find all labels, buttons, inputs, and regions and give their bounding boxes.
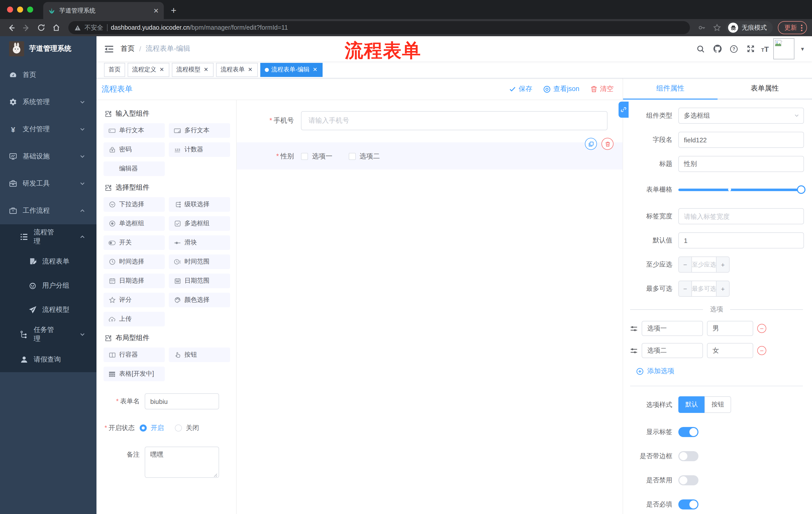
remove-option-button[interactable]: − xyxy=(757,346,766,355)
remove-option-button[interactable]: − xyxy=(757,324,766,333)
close-window-button[interactable] xyxy=(7,6,13,12)
tag-close-icon[interactable]: ✕ xyxy=(312,66,318,73)
slider-handle[interactable] xyxy=(797,185,806,194)
stepper-plus-button[interactable]: + xyxy=(716,257,729,272)
palette-chip[interactable]: 编辑器 xyxy=(104,161,165,176)
user-avatar[interactable] xyxy=(773,38,794,59)
tag-close-icon[interactable]: ✕ xyxy=(247,66,253,73)
switch-bordered[interactable] xyxy=(678,451,698,461)
option-value-input[interactable] xyxy=(707,343,753,358)
checkbox-icon[interactable] xyxy=(301,153,308,160)
sidebar-item-process-form[interactable]: 流程表单 xyxy=(0,249,96,274)
tag-process-form[interactable]: 流程表单 ✕ xyxy=(216,63,258,77)
field-name-input[interactable] xyxy=(678,132,804,148)
drag-handle-icon[interactable] xyxy=(630,347,638,354)
sidebar-item-infra[interactable]: 基础设施 xyxy=(0,143,96,170)
radio-off[interactable] xyxy=(175,425,182,432)
add-option-button[interactable]: 添加选项 xyxy=(636,367,804,376)
sidebar-item-process-model[interactable]: 流程模型 xyxy=(0,298,96,322)
form-remark-textarea[interactable]: 嘿嘿 xyxy=(145,447,219,478)
back-button[interactable] xyxy=(5,22,17,34)
component-type-select[interactable] xyxy=(678,108,804,124)
sidebar-item-payment[interactable]: ¥支付管理 xyxy=(0,116,96,143)
sidebar-item-workflow[interactable]: 工作流程 xyxy=(0,197,96,224)
font-size-icon[interactable]: TT xyxy=(761,45,769,53)
delete-component-button[interactable] xyxy=(602,138,613,150)
palette-chip[interactable]: 单行文本 xyxy=(104,123,165,138)
palette-chip[interactable]: 日期选择 xyxy=(104,274,165,288)
drag-handle-icon[interactable] xyxy=(630,325,638,332)
tag-close-icon[interactable]: ✕ xyxy=(203,66,209,73)
panel-link-handle[interactable] xyxy=(618,102,629,118)
tab-close-icon[interactable]: ✕ xyxy=(153,7,159,14)
browser-tab[interactable]: 芋道管理系统 ✕ xyxy=(43,2,164,19)
palette-chip[interactable]: 多行文本 xyxy=(169,123,230,138)
checkbox-icon[interactable] xyxy=(348,153,355,160)
save-button[interactable]: 保存 xyxy=(509,84,532,93)
sidebar-item-devtools[interactable]: 研发工具 xyxy=(0,170,96,197)
fullscreen-icon[interactable] xyxy=(745,43,757,55)
address-bar[interactable]: 不安全 dashboard.yudao.iocoder.cn/bpm/manag… xyxy=(68,21,690,34)
sidebar-collapse-icon[interactable] xyxy=(105,45,114,53)
sidebar-item-leave-query[interactable]: 请假查询 xyxy=(0,347,96,372)
option-style-button[interactable]: 按钮 xyxy=(704,396,731,413)
breadcrumb-home[interactable]: 首页 xyxy=(121,44,135,53)
minimize-window-button[interactable] xyxy=(17,6,23,12)
canvas-field-gender-selected[interactable]: *性别 选项一 选项二 xyxy=(237,142,622,169)
option-value-input[interactable] xyxy=(707,321,753,336)
tag-home[interactable]: 首页 xyxy=(104,63,125,77)
option-style-default[interactable]: 默认 xyxy=(678,396,704,413)
sidebar-item-user-group[interactable]: 用户分组 xyxy=(0,274,96,298)
clear-button[interactable]: 清空 xyxy=(590,84,613,93)
palette-chip[interactable]: 按钮 xyxy=(169,348,230,362)
form-name-input[interactable] xyxy=(145,393,219,409)
palette-chip[interactable]: 开关 xyxy=(104,235,165,250)
reload-button[interactable] xyxy=(35,22,47,34)
palette-chip[interactable]: 密码 xyxy=(104,142,165,157)
palette-chip[interactable]: 上传 xyxy=(104,312,165,326)
palette-chip[interactable]: 日期范围 xyxy=(169,274,230,288)
default-value-input[interactable] xyxy=(678,232,804,248)
stepper-plus-button[interactable]: + xyxy=(716,281,729,296)
switch-required[interactable] xyxy=(678,499,698,510)
avatar-caret-icon[interactable]: ▼ xyxy=(800,46,805,52)
palette-chip[interactable]: 级联选择 xyxy=(169,197,230,212)
palette-chip[interactable]: 多选框组 xyxy=(169,216,230,231)
label-width-input[interactable] xyxy=(678,208,804,224)
sidebar-item-home[interactable]: 首页 xyxy=(0,61,96,88)
switch-show-label[interactable] xyxy=(678,427,698,437)
tag-close-icon[interactable]: ✕ xyxy=(159,66,165,73)
sidebar-item-system[interactable]: 系统管理 xyxy=(0,88,96,116)
tab-component-props[interactable]: 组件属性 xyxy=(623,78,718,99)
form-canvas[interactable]: *手机号 请输入手机号 *性别 选项一 xyxy=(237,100,622,514)
new-tab-button[interactable]: + xyxy=(171,5,176,16)
copy-component-button[interactable] xyxy=(585,138,597,150)
canvas-field-phone[interactable]: *手机号 请输入手机号 xyxy=(251,111,608,130)
tag-process-def[interactable]: 流程定义 ✕ xyxy=(127,63,169,77)
palette-chip[interactable]: 滑块 xyxy=(169,235,230,250)
maximize-window-button[interactable] xyxy=(27,6,33,12)
gender-option[interactable]: 选项二 xyxy=(348,152,380,161)
title-input[interactable] xyxy=(678,156,804,172)
github-icon[interactable] xyxy=(712,43,724,55)
palette-chip[interactable]: 下拉选择 xyxy=(104,197,165,212)
view-json-button[interactable]: 查看json xyxy=(543,84,579,93)
update-browser-button[interactable]: 更新 xyxy=(778,21,807,34)
palette-chip[interactable]: 时间选择 xyxy=(104,254,165,269)
palette-chip[interactable]: 颜色选择 xyxy=(169,293,230,307)
home-button[interactable] xyxy=(50,22,62,34)
palette-chip[interactable]: 单选框组 xyxy=(104,216,165,231)
help-icon[interactable]: ? xyxy=(728,43,740,55)
option-label-input[interactable] xyxy=(642,321,703,336)
palette-chip[interactable]: 行容器 xyxy=(104,348,165,362)
sidebar-item-process-mgmt[interactable]: 流程管理 xyxy=(0,224,96,249)
radio-on[interactable] xyxy=(140,425,147,432)
bookmark-star-icon[interactable] xyxy=(711,22,723,34)
tag-process-model[interactable]: 流程模型 ✕ xyxy=(172,63,213,77)
app-logo[interactable]: 芋道管理系统 xyxy=(0,36,96,61)
palette-chip[interactable]: 时间范围 xyxy=(169,254,230,269)
palette-chip[interactable]: 123计数器 xyxy=(169,142,230,157)
stepper-minus-button[interactable]: − xyxy=(679,257,692,272)
window-controls[interactable] xyxy=(7,6,33,12)
sidebar-item-task-mgmt[interactable]: 任务管理 xyxy=(0,322,96,347)
